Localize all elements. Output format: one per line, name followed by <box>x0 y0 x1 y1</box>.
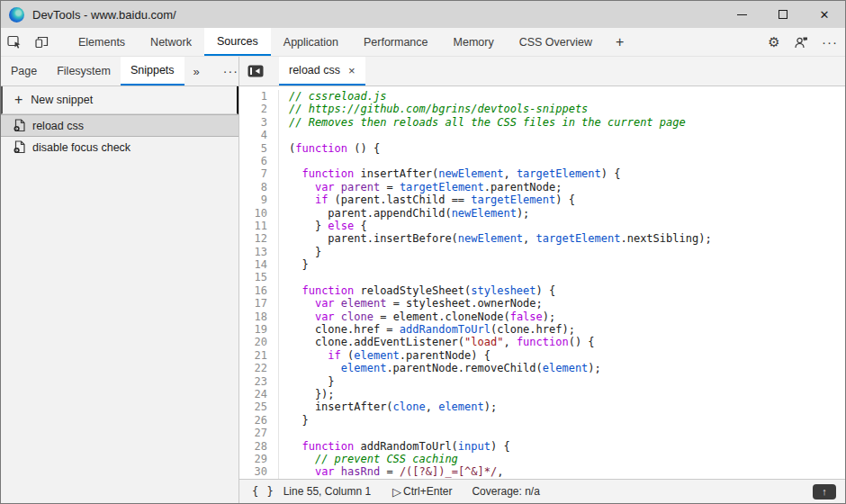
line-number[interactable]: 13 <box>239 246 279 258</box>
code-token-pln <box>335 181 341 194</box>
navigator-tab-overflow-button[interactable]: » <box>184 57 209 86</box>
settings-button[interactable]: ⚙ <box>760 28 788 56</box>
line-number[interactable]: 20 <box>239 336 279 348</box>
pretty-print-button[interactable]: { } <box>248 485 284 498</box>
snippet-item-disable-focus-check[interactable]: disable focus check <box>1 137 238 158</box>
snippet-item-reload-css[interactable]: reload css <box>1 114 238 137</box>
code-token-pln: parent.insertBefore( <box>289 232 458 245</box>
feedback-button[interactable] <box>788 28 814 56</box>
code-token-pln <box>289 194 315 206</box>
code-token-pln: .parentNode; <box>484 181 562 194</box>
toolbar-tab-application[interactable]: Application <box>271 28 351 56</box>
code-line-text: if (parent.lastChild == targetElement) { <box>279 194 575 206</box>
line-number[interactable]: 10 <box>239 207 279 220</box>
code-line: 13 } <box>239 246 845 258</box>
navigator-tab-page[interactable]: Page <box>1 57 47 86</box>
line-number[interactable]: 16 <box>239 284 279 297</box>
line-number[interactable]: 23 <box>239 375 279 388</box>
line-number[interactable]: 19 <box>239 323 279 336</box>
line-number[interactable]: 25 <box>239 400 279 413</box>
line-number[interactable]: 12 <box>239 232 279 245</box>
code-token-pln <box>289 284 302 297</box>
code-line-text: }); <box>279 388 335 400</box>
line-number[interactable]: 14 <box>239 258 279 271</box>
code-editor[interactable]: 1// cssreload.js2// https://github.com/b… <box>239 86 845 479</box>
snippet-list: reload css disable focus check <box>1 114 238 158</box>
line-number[interactable]: 30 <box>239 465 279 478</box>
code-line-text: parent.insertBefore(newElement, targetEl… <box>279 232 712 245</box>
minimize-button[interactable] <box>721 1 762 28</box>
device-emulation-button[interactable] <box>28 28 55 56</box>
line-number[interactable]: 29 <box>239 453 279 465</box>
toolbar-tab-performance[interactable]: Performance <box>351 28 441 56</box>
more-tools-button[interactable]: + <box>605 28 634 56</box>
inspect-element-button[interactable] <box>1 28 28 56</box>
code-token-pln <box>289 181 315 194</box>
code-token-pln: { <box>354 220 366 232</box>
new-snippet-button[interactable]: + New snippet <box>1 86 238 114</box>
line-number[interactable]: 15 <box>239 271 279 284</box>
code-line: 3// Removes then reloads all the CSS fil… <box>239 116 845 129</box>
code-line-text: clone.href = addRandomToUrl(clone.href); <box>279 323 575 336</box>
code-token-var: targetElement <box>536 232 621 245</box>
code-line-text: // cssreload.js <box>279 90 386 103</box>
line-number[interactable]: 11 <box>239 220 279 232</box>
editor-tab-label: reload css <box>289 64 340 76</box>
line-number[interactable]: 28 <box>239 440 279 453</box>
edge-logo-icon <box>9 7 24 22</box>
line-number[interactable]: 22 <box>239 362 279 374</box>
toolbar-tab-css-overview[interactable]: CSS Overview <box>507 28 605 56</box>
line-number[interactable]: 18 <box>239 310 279 323</box>
run-snippet-button[interactable]: ▷ Ctrl+Enter <box>392 485 452 499</box>
code-line: 6 <box>239 155 845 167</box>
navigator-tab-snippets[interactable]: Snippets <box>121 57 184 86</box>
code-token-pln <box>335 310 341 323</box>
inspect-cursor-icon <box>7 35 22 50</box>
line-number[interactable]: 1 <box>239 90 279 103</box>
code-line: 12 parent.insertBefore(newElement, targe… <box>239 232 845 245</box>
line-number[interactable]: 5 <box>239 142 279 155</box>
code-token-pln: ); <box>484 400 497 413</box>
code-token-pln: } <box>289 414 309 427</box>
code-line-text: } else { <box>279 220 367 232</box>
code-token-pln: (clone.href); <box>490 323 575 336</box>
line-number[interactable]: 6 <box>239 155 279 167</box>
navigator-tab-filesystem[interactable]: Filesystem <box>47 57 121 86</box>
code-token-pln <box>289 349 328 362</box>
toolbar-tab-network[interactable]: Network <box>138 28 204 56</box>
line-number[interactable]: 27 <box>239 427 279 439</box>
editor-tab-reload-css[interactable]: reload css × <box>279 57 365 86</box>
line-number[interactable]: 26 <box>239 414 279 427</box>
code-line: 4 <box>239 129 845 141</box>
line-number[interactable]: 2 <box>239 103 279 115</box>
code-line: 21 if (element.parentNode) { <box>239 349 845 362</box>
code-line-text: } <box>279 414 309 427</box>
code-token-pln: ) { <box>536 284 556 297</box>
line-number[interactable]: 8 <box>239 181 279 194</box>
line-number[interactable]: 9 <box>239 194 279 206</box>
code-token-var: stylesheet <box>471 284 536 297</box>
expand-drawer-button[interactable]: ↑ <box>813 484 836 500</box>
hide-navigator-button[interactable] <box>239 57 272 86</box>
more-options-button[interactable]: ··· <box>814 28 845 56</box>
code-token-kw: function <box>517 336 569 348</box>
code-token-kw: if <box>315 194 328 206</box>
tab-close-icon[interactable]: × <box>348 65 356 76</box>
toolbar-tab-elements[interactable]: Elements <box>66 28 138 56</box>
code-line: 5(function () { <box>239 142 845 155</box>
maximize-button[interactable] <box>762 1 804 28</box>
close-button[interactable]: ✕ <box>804 1 845 28</box>
line-number[interactable]: 3 <box>239 116 279 129</box>
line-number[interactable]: 24 <box>239 388 279 400</box>
devtools-toolbar: ElementsNetworkSourcesApplicationPerform… <box>1 28 845 57</box>
code-line-text: var hasRnd = /([?&])_=[^&]*/, <box>279 465 503 478</box>
snippet-label: disable focus check <box>32 141 130 154</box>
line-number[interactable]: 17 <box>239 297 279 310</box>
code-token-pln: = stylesheet.ownerNode; <box>386 297 542 310</box>
line-number[interactable]: 7 <box>239 167 279 180</box>
line-number[interactable]: 21 <box>239 349 279 362</box>
line-number[interactable]: 4 <box>239 129 279 141</box>
code-token-def: hasRnd <box>341 465 380 478</box>
toolbar-tab-sources[interactable]: Sources <box>204 28 271 56</box>
toolbar-tab-memory[interactable]: Memory <box>441 28 507 56</box>
